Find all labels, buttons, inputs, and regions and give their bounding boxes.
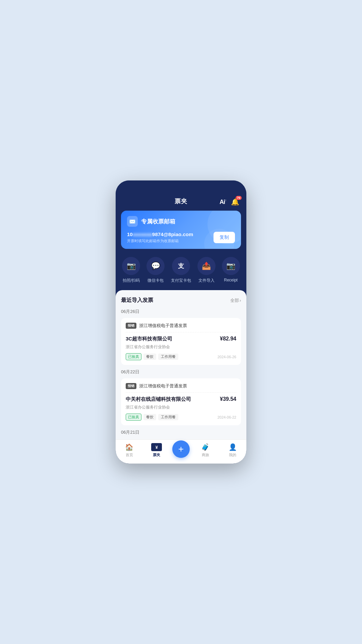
tag-meal: 工作用餐 xyxy=(158,354,178,360)
invoice-tags: 已验真 餐饮 工作用餐 2024-06-26 xyxy=(126,353,236,360)
email-card-label: 专属收票邮箱 xyxy=(141,218,175,225)
invoice-type-badge-2: 报销 xyxy=(126,383,136,389)
invoice-main-2: 中关村在线店铺科技有限公司 ¥39.54 xyxy=(126,396,236,402)
invoice-amount: ¥82.94 xyxy=(220,336,236,342)
date-group-0621: 06月21日 xyxy=(121,429,241,435)
tag-catering-2: 餐饮 xyxy=(143,414,156,420)
email-hint: 开票时填写此邮箱作为收票邮箱 xyxy=(127,238,210,244)
copy-button[interactable]: 复制 xyxy=(214,232,235,243)
bottom-nav: 🏠 首页 ¥ 票夹 + 🧳 商旅 👤 我的 xyxy=(116,439,246,464)
camera-icon: 📷 xyxy=(122,257,140,275)
alipay-icon: 支 xyxy=(172,257,190,275)
phone-frame: 票夹 Ai↑ 🔔 79 ✉️ 专属收票邮箱 10xxxxxxx9874@8pia… xyxy=(116,180,246,464)
section-title: 最近导入发票 xyxy=(121,297,153,304)
invoice-seller-2: 浙江省办公服务行业协会 xyxy=(126,405,236,410)
notification-bell[interactable]: 🔔 79 xyxy=(230,197,240,207)
tag-meal-2: 工作用餐 xyxy=(158,414,178,420)
invoice-type-text-2: 浙江增值税电子普通发票 xyxy=(139,383,187,389)
tag-catering: 餐饮 xyxy=(143,354,156,360)
email-info: 10xxxxxxx9874@8piao.com 开票时填写此邮箱作为收票邮箱 xyxy=(127,231,210,244)
profile-icon: 👤 xyxy=(229,443,237,451)
date-group-0626: 06月26日 报销 浙江增值税电子普通发票 3C超市科技有限公司 ¥82.94 … xyxy=(121,309,241,365)
notification-badge: 79 xyxy=(236,196,242,200)
nav-travel[interactable]: 🧳 商旅 xyxy=(194,443,217,460)
wechat-icon: 💬 xyxy=(146,257,165,275)
invoice-date: 2024-06-26 xyxy=(218,355,236,359)
nav-travel-label: 商旅 xyxy=(202,452,209,458)
section-header: 最近导入发票 全部 › xyxy=(121,297,241,304)
header-actions: Ai↑ 🔔 79 xyxy=(220,197,240,207)
invoice-amount-2: ¥39.54 xyxy=(220,396,236,402)
invoice-company: 3C超市科技有限公司 xyxy=(126,336,172,342)
action-import[interactable]: 📤 文件导入 xyxy=(197,257,216,283)
action-receipt-label: Receipt xyxy=(224,278,238,282)
invoice-type-row-2: 报销 浙江增值税电子普通发票 xyxy=(126,383,236,393)
action-import-label: 文件导入 xyxy=(198,278,215,283)
action-wechat[interactable]: 💬 微信卡包 xyxy=(146,257,165,283)
invoice-type-badge: 报销 xyxy=(126,323,136,329)
invoice-tags-2: 已验真 餐饮 工作用餐 2024-06-22 xyxy=(126,414,236,421)
invoice-main: 3C超市科技有限公司 ¥82.94 xyxy=(126,336,236,342)
nav-profile-label: 我的 xyxy=(229,452,236,458)
action-receipt[interactable]: 📷 Receipt xyxy=(222,257,240,283)
nav-home-label: 首页 xyxy=(126,452,133,458)
ticket-icon: ¥ xyxy=(151,443,162,451)
quick-actions: 📷 拍照/扫码 💬 微信卡包 支 支付宝卡包 📤 文件导入 📷 Receipt xyxy=(116,254,246,290)
nav-profile[interactable]: 👤 我的 xyxy=(221,443,244,460)
invoice-date-2: 2024-06-22 xyxy=(218,415,236,419)
invoice-company-2: 中关村在线店铺科技有限公司 xyxy=(126,396,191,402)
action-wechat-label: 微信卡包 xyxy=(147,278,164,283)
action-camera-label: 拍照/扫码 xyxy=(123,278,140,283)
date-label-0621: 06月21日 xyxy=(121,429,241,435)
email-icon: ✉️ xyxy=(127,216,138,227)
tag-verified-2: 已验真 xyxy=(126,414,141,421)
home-icon: 🏠 xyxy=(125,443,133,451)
receipt-icon: 📷 xyxy=(222,257,240,275)
nav-ticket[interactable]: ¥ 票夹 xyxy=(145,443,168,460)
fab-add-button[interactable]: + xyxy=(172,440,190,458)
email-row: 10xxxxxxx9874@8piao.com 开票时填写此邮箱作为收票邮箱 复… xyxy=(127,231,235,244)
nav-ticket-label: 票夹 xyxy=(153,452,160,458)
email-address: 10xxxxxxx9874@8piao.com xyxy=(127,231,210,237)
action-camera[interactable]: 📷 拍照/扫码 xyxy=(122,257,140,283)
action-alipay[interactable]: 支 支付宝卡包 xyxy=(171,257,191,283)
date-label-0626: 06月26日 xyxy=(121,309,241,315)
invoice-type-row: 报销 浙江增值税电子普通发票 xyxy=(126,323,236,332)
email-card-title: ✉️ 专属收票邮箱 xyxy=(127,216,235,227)
invoice-item-2[interactable]: 报销 浙江增值税电子普通发票 中关村在线店铺科技有限公司 ¥39.54 浙江省办… xyxy=(121,378,241,425)
invoice-seller: 浙江省办公服务行业协会 xyxy=(126,344,236,350)
tag-verified: 已验真 xyxy=(126,353,141,360)
email-card: ✉️ 专属收票邮箱 10xxxxxxx9874@8piao.com 开票时填写此… xyxy=(121,211,241,249)
invoice-item[interactable]: 报销 浙江增值税电子普通发票 3C超市科技有限公司 ¥82.94 浙江省办公服务… xyxy=(121,318,241,365)
section-more[interactable]: 全部 › xyxy=(230,298,241,304)
date-group-0622: 06月22日 报销 浙江增值税电子普通发票 中关村在线店铺科技有限公司 ¥39.… xyxy=(121,369,241,425)
import-icon: 📤 xyxy=(197,257,216,275)
header: 票夹 Ai↑ 🔔 79 xyxy=(116,180,246,211)
page-title: 票夹 xyxy=(175,197,187,205)
action-alipay-label: 支付宝卡包 xyxy=(171,278,191,283)
nav-home[interactable]: 🏠 首页 xyxy=(118,443,141,460)
ai-button[interactable]: Ai↑ xyxy=(220,199,226,206)
date-label-0622: 06月22日 xyxy=(121,369,241,375)
invoice-type-text: 浙江增值税电子普通发票 xyxy=(139,323,187,329)
content-card: 最近导入发票 全部 › 06月26日 报销 浙江增值税电子普通发票 3C超市科技… xyxy=(116,290,246,464)
travel-icon: 🧳 xyxy=(201,443,209,451)
